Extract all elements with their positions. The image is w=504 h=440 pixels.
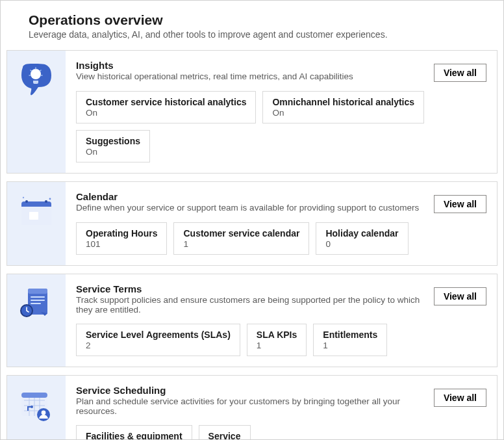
tile-label: Service bbox=[208, 431, 241, 440]
tile-label: Customer service calendar bbox=[183, 228, 299, 239]
section-content: Service SchedulingPlan and schedule serv… bbox=[66, 376, 497, 440]
tile-value: 0 bbox=[325, 239, 398, 249]
section-insights: InsightsView historical operational metr… bbox=[6, 50, 498, 174]
page-title: Operations overview bbox=[29, 12, 485, 28]
tiles-row: Facilities & equipment0Service0 bbox=[76, 425, 486, 440]
tile-label: Entitlements bbox=[323, 330, 377, 340]
tile[interactable]: Omnichannel historical analyticsOn bbox=[262, 91, 424, 123]
tile[interactable]: Service Level Agreements (SLAs)2 bbox=[76, 324, 240, 356]
tile[interactable]: SuggestionsOn bbox=[76, 130, 150, 162]
tile-label: Customer service historical analytics bbox=[86, 97, 246, 107]
page-header: Operations overview Leverage data, analy… bbox=[1, 12, 503, 46]
section-desc: Plan and schedule service activities for… bbox=[76, 396, 423, 416]
section-title: Insights bbox=[76, 60, 423, 71]
tile[interactable]: Entitlements1 bbox=[313, 324, 387, 356]
tile-label: Operating Hours bbox=[86, 228, 157, 239]
tile-label: Suggestions bbox=[86, 136, 140, 146]
calendar-icon bbox=[7, 182, 66, 265]
tile[interactable]: Customer service historical analyticsOn bbox=[76, 91, 256, 123]
section-service-scheduling: Service SchedulingPlan and schedule serv… bbox=[6, 375, 498, 440]
section-content: InsightsView historical operational metr… bbox=[66, 51, 497, 173]
tile-value: On bbox=[86, 108, 246, 118]
tile-label: SLA KPIs bbox=[257, 330, 297, 340]
tile[interactable]: Holiday calendar0 bbox=[316, 222, 408, 255]
tile[interactable]: Operating Hours101 bbox=[76, 222, 167, 255]
scheduling-icon bbox=[7, 376, 66, 440]
view-all-button[interactable]: View all bbox=[434, 389, 486, 407]
view-all-button[interactable]: View all bbox=[434, 195, 486, 213]
section-content: Service TermsTrack support policies and … bbox=[66, 274, 497, 367]
section-service-terms: Service TermsTrack support policies and … bbox=[6, 274, 498, 367]
tiles-row: Service Level Agreements (SLAs)2SLA KPIs… bbox=[76, 324, 486, 356]
tile-label: Service Level Agreements (SLAs) bbox=[86, 330, 231, 340]
tile[interactable]: Customer service calendar1 bbox=[173, 222, 309, 255]
tile[interactable]: Service0 bbox=[199, 425, 251, 440]
section-calendar: CalendarDefine when your service or supp… bbox=[6, 181, 498, 266]
tile[interactable]: SLA KPIs1 bbox=[247, 324, 307, 356]
tile-value: On bbox=[272, 108, 414, 118]
page-subtitle: Leverage data, analytics, AI, and other … bbox=[29, 29, 485, 40]
section-title: Calendar bbox=[76, 191, 423, 202]
section-title: Service Scheduling bbox=[76, 385, 423, 396]
tile-value: 101 bbox=[86, 239, 157, 249]
tile-value: 2 bbox=[86, 341, 231, 350]
tile-value: 1 bbox=[323, 341, 377, 350]
tile[interactable]: Facilities & equipment0 bbox=[76, 425, 192, 440]
section-title: Service Terms bbox=[76, 283, 423, 294]
tile-value: On bbox=[86, 147, 140, 157]
service-terms-icon bbox=[7, 274, 66, 367]
tile-label: Facilities & equipment bbox=[86, 431, 183, 440]
section-content: CalendarDefine when your service or supp… bbox=[66, 182, 497, 265]
tiles-row: Customer service historical analyticsOnO… bbox=[76, 91, 486, 162]
insights-icon bbox=[7, 51, 66, 173]
view-all-button[interactable]: View all bbox=[434, 287, 486, 305]
tile-label: Omnichannel historical analytics bbox=[272, 97, 414, 107]
tile-value: 1 bbox=[257, 341, 297, 350]
tile-label: Holiday calendar bbox=[325, 228, 398, 239]
section-desc: Define when your service or support team… bbox=[76, 203, 423, 213]
tile-value: 1 bbox=[183, 239, 299, 249]
tiles-row: Operating Hours101Customer service calen… bbox=[76, 222, 486, 255]
section-desc: View historical operational metrics, rea… bbox=[76, 71, 423, 81]
section-desc: Track support policies and ensure custom… bbox=[76, 295, 423, 315]
view-all-button[interactable]: View all bbox=[434, 64, 486, 82]
